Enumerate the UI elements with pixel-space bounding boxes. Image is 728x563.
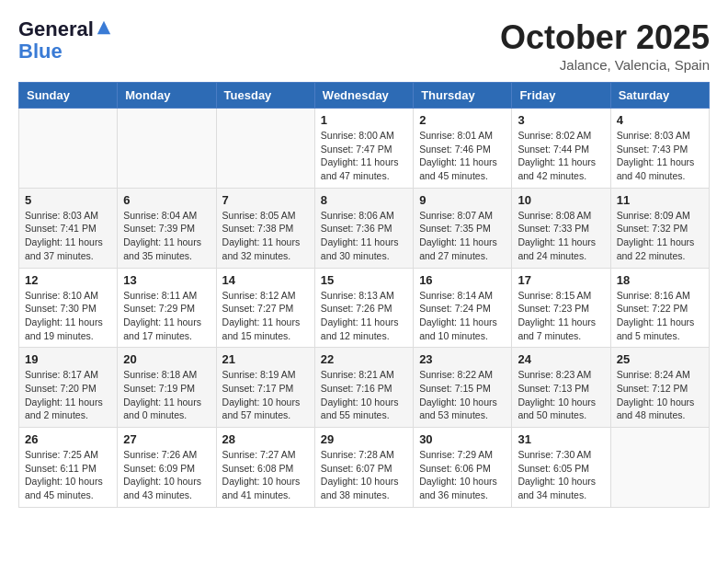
calendar-cell: 23Sunrise: 8:22 AM Sunset: 7:15 PM Dayli… (414, 348, 512, 428)
day-number: 5 (25, 193, 111, 207)
calendar-cell (216, 109, 314, 189)
calendar-cell: 24Sunrise: 8:23 AM Sunset: 7:13 PM Dayli… (512, 348, 610, 428)
calendar-cell (19, 109, 118, 189)
calendar-cell: 22Sunrise: 8:21 AM Sunset: 7:16 PM Dayli… (314, 348, 413, 428)
day-number: 11 (617, 193, 703, 207)
calendar-cell: 4Sunrise: 8:03 AM Sunset: 7:43 PM Daylig… (610, 109, 709, 189)
calendar-cell: 6Sunrise: 8:04 AM Sunset: 7:39 PM Daylig… (118, 188, 216, 268)
calendar-cell: 25Sunrise: 8:24 AM Sunset: 7:12 PM Dayli… (610, 348, 709, 428)
weekday-header-wednesday: Wednesday (314, 83, 413, 109)
calendar-cell: 2Sunrise: 8:01 AM Sunset: 7:46 PM Daylig… (414, 109, 512, 189)
calendar-cell: 29Sunrise: 7:28 AM Sunset: 6:07 PM Dayli… (314, 428, 413, 508)
weekday-header-thursday: Thursday (414, 83, 512, 109)
weekday-header-tuesday: Tuesday (216, 83, 314, 109)
day-info: Sunrise: 8:14 AM Sunset: 7:24 PM Dayligh… (419, 289, 506, 343)
calendar-cell: 5Sunrise: 8:03 AM Sunset: 7:41 PM Daylig… (19, 188, 118, 268)
calendar-week-row: 26Sunrise: 7:25 AM Sunset: 6:11 PM Dayli… (19, 428, 710, 508)
day-info: Sunrise: 8:01 AM Sunset: 7:46 PM Dayligh… (419, 129, 506, 183)
day-info: Sunrise: 7:29 AM Sunset: 6:06 PM Dayligh… (419, 448, 506, 502)
svg-marker-0 (97, 21, 110, 34)
calendar-cell: 14Sunrise: 8:12 AM Sunset: 7:27 PM Dayli… (216, 268, 314, 348)
day-number: 29 (321, 432, 407, 446)
day-number: 6 (123, 193, 210, 207)
day-number: 24 (518, 352, 604, 366)
weekday-header-monday: Monday (118, 83, 216, 109)
page-header: General Blue October 2025 Jalance, Valen… (18, 18, 710, 73)
day-info: Sunrise: 8:22 AM Sunset: 7:15 PM Dayligh… (419, 368, 506, 422)
month-title: October 2025 (500, 18, 710, 57)
calendar-cell: 28Sunrise: 7:27 AM Sunset: 6:08 PM Dayli… (216, 428, 314, 508)
day-info: Sunrise: 8:13 AM Sunset: 7:26 PM Dayligh… (321, 289, 407, 343)
day-number: 25 (617, 352, 703, 366)
day-info: Sunrise: 8:05 AM Sunset: 7:38 PM Dayligh… (222, 209, 309, 263)
day-info: Sunrise: 8:06 AM Sunset: 7:36 PM Dayligh… (321, 209, 407, 263)
day-info: Sunrise: 8:24 AM Sunset: 7:12 PM Dayligh… (617, 368, 703, 422)
day-info: Sunrise: 8:03 AM Sunset: 7:41 PM Dayligh… (25, 209, 111, 263)
day-info: Sunrise: 7:26 AM Sunset: 6:09 PM Dayligh… (123, 448, 210, 502)
calendar-cell: 30Sunrise: 7:29 AM Sunset: 6:06 PM Dayli… (414, 428, 512, 508)
day-number: 17 (518, 273, 604, 287)
day-number: 26 (25, 432, 111, 446)
location-subtitle: Jalance, Valencia, Spain (500, 57, 710, 73)
day-number: 4 (617, 113, 703, 127)
logo-text-blue: Blue (18, 40, 112, 63)
day-number: 20 (123, 352, 210, 366)
day-info: Sunrise: 7:27 AM Sunset: 6:08 PM Dayligh… (222, 448, 309, 502)
day-info: Sunrise: 8:08 AM Sunset: 7:33 PM Dayligh… (518, 209, 604, 263)
calendar-cell: 20Sunrise: 8:18 AM Sunset: 7:19 PM Dayli… (118, 348, 216, 428)
day-number: 19 (25, 352, 111, 366)
calendar-week-row: 12Sunrise: 8:10 AM Sunset: 7:30 PM Dayli… (19, 268, 710, 348)
calendar-cell: 9Sunrise: 8:07 AM Sunset: 7:35 PM Daylig… (414, 188, 512, 268)
weekday-header-row: SundayMondayTuesdayWednesdayThursdayFrid… (19, 83, 710, 109)
day-number: 27 (123, 432, 210, 446)
calendar-cell (610, 428, 709, 508)
calendar-cell: 11Sunrise: 8:09 AM Sunset: 7:32 PM Dayli… (610, 188, 709, 268)
day-info: Sunrise: 7:28 AM Sunset: 6:07 PM Dayligh… (321, 448, 407, 502)
day-number: 14 (222, 273, 309, 287)
calendar-cell: 21Sunrise: 8:19 AM Sunset: 7:17 PM Dayli… (216, 348, 314, 428)
day-number: 21 (222, 352, 309, 366)
calendar-cell: 31Sunrise: 7:30 AM Sunset: 6:05 PM Dayli… (512, 428, 610, 508)
day-number: 10 (518, 193, 604, 207)
day-number: 16 (419, 273, 506, 287)
calendar-cell: 7Sunrise: 8:05 AM Sunset: 7:38 PM Daylig… (216, 188, 314, 268)
calendar-cell (118, 109, 216, 189)
calendar-cell: 27Sunrise: 7:26 AM Sunset: 6:09 PM Dayli… (118, 428, 216, 508)
day-info: Sunrise: 8:12 AM Sunset: 7:27 PM Dayligh… (222, 289, 309, 343)
day-number: 15 (321, 273, 407, 287)
calendar-cell: 8Sunrise: 8:06 AM Sunset: 7:36 PM Daylig… (314, 188, 413, 268)
day-info: Sunrise: 8:09 AM Sunset: 7:32 PM Dayligh… (617, 209, 703, 263)
day-number: 30 (419, 432, 506, 446)
logo: General Blue (18, 18, 112, 63)
day-info: Sunrise: 8:17 AM Sunset: 7:20 PM Dayligh… (25, 368, 111, 422)
calendar-cell: 3Sunrise: 8:02 AM Sunset: 7:44 PM Daylig… (512, 109, 610, 189)
day-number: 31 (518, 432, 604, 446)
calendar-cell: 13Sunrise: 8:11 AM Sunset: 7:29 PM Dayli… (118, 268, 216, 348)
day-number: 18 (617, 273, 703, 287)
day-number: 28 (222, 432, 309, 446)
day-info: Sunrise: 7:25 AM Sunset: 6:11 PM Dayligh… (25, 448, 111, 502)
day-number: 23 (419, 352, 506, 366)
day-info: Sunrise: 8:19 AM Sunset: 7:17 PM Dayligh… (222, 368, 309, 422)
day-number: 9 (419, 193, 506, 207)
weekday-header-sunday: Sunday (19, 83, 118, 109)
logo-text: General (18, 18, 112, 40)
calendar-cell: 18Sunrise: 8:16 AM Sunset: 7:22 PM Dayli… (610, 268, 709, 348)
day-info: Sunrise: 8:04 AM Sunset: 7:39 PM Dayligh… (123, 209, 210, 263)
day-info: Sunrise: 8:15 AM Sunset: 7:23 PM Dayligh… (518, 289, 604, 343)
day-info: Sunrise: 8:00 AM Sunset: 7:47 PM Dayligh… (321, 129, 407, 183)
day-number: 2 (419, 113, 506, 127)
day-number: 7 (222, 193, 309, 207)
day-number: 22 (321, 352, 407, 366)
day-number: 13 (123, 273, 210, 287)
day-info: Sunrise: 8:11 AM Sunset: 7:29 PM Dayligh… (123, 289, 210, 343)
day-info: Sunrise: 8:02 AM Sunset: 7:44 PM Dayligh… (518, 129, 604, 183)
day-info: Sunrise: 8:07 AM Sunset: 7:35 PM Dayligh… (419, 209, 506, 263)
logo-icon (96, 19, 112, 36)
calendar-cell: 15Sunrise: 8:13 AM Sunset: 7:26 PM Dayli… (314, 268, 413, 348)
day-info: Sunrise: 7:30 AM Sunset: 6:05 PM Dayligh… (518, 448, 604, 502)
calendar-cell: 26Sunrise: 7:25 AM Sunset: 6:11 PM Dayli… (19, 428, 118, 508)
day-number: 3 (518, 113, 604, 127)
day-info: Sunrise: 8:21 AM Sunset: 7:16 PM Dayligh… (321, 368, 407, 422)
day-info: Sunrise: 8:18 AM Sunset: 7:19 PM Dayligh… (123, 368, 210, 422)
